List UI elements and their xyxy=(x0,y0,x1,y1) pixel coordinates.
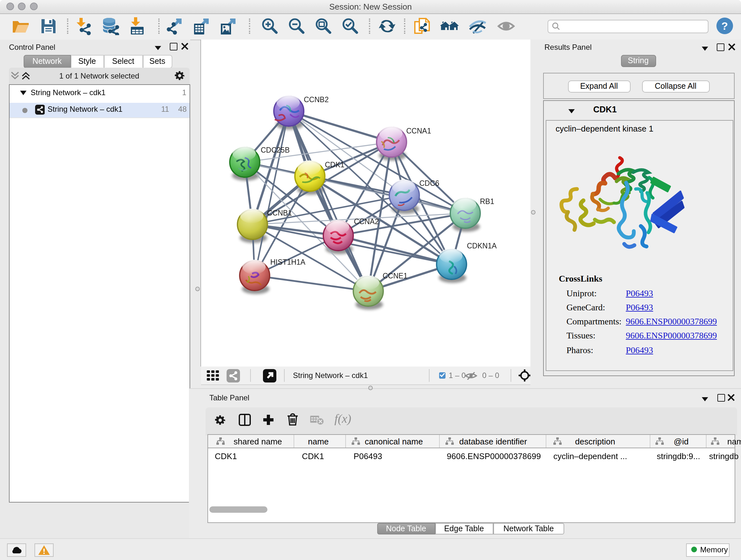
svg-text:CCNE1: CCNE1 xyxy=(383,272,408,280)
svg-text:HIST1H1A: HIST1H1A xyxy=(270,258,306,266)
svg-text:CCNB1: CCNB1 xyxy=(267,209,292,217)
svg-text:RB1: RB1 xyxy=(480,197,494,206)
svg-text:?: ? xyxy=(722,19,728,32)
svg-text:CDK1: CDK1 xyxy=(325,161,344,169)
svg-text:CDC25B: CDC25B xyxy=(261,146,290,154)
svg-text:CDKN1A: CDKN1A xyxy=(467,242,497,250)
svg-text:CCNB2: CCNB2 xyxy=(304,96,329,104)
svg-text:CDC6: CDC6 xyxy=(419,179,440,187)
svg-text:CCNA2: CCNA2 xyxy=(354,217,379,226)
svg-text:CCNA1: CCNA1 xyxy=(406,127,431,135)
